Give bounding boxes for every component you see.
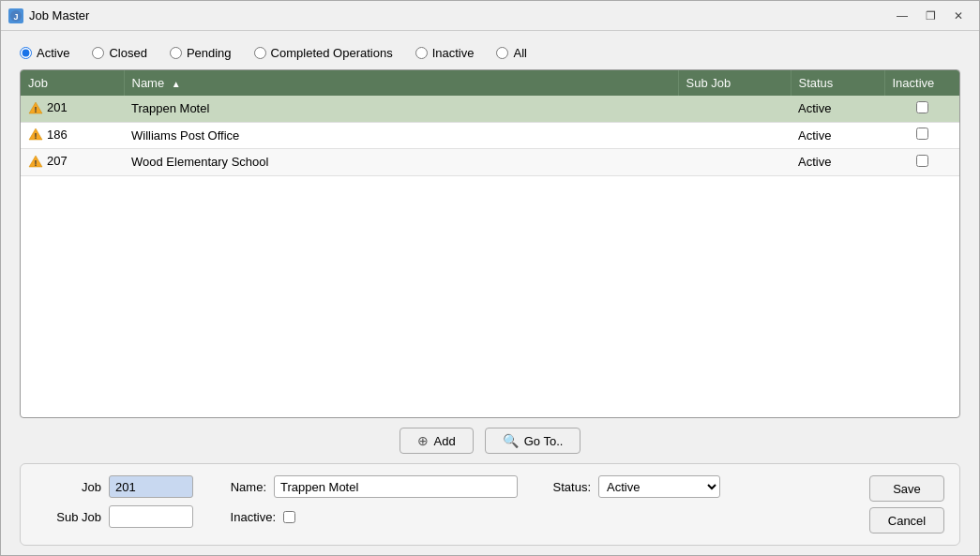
inactive-checkbox[interactable] bbox=[283, 511, 295, 523]
col-header-job[interactable]: Job bbox=[21, 70, 124, 96]
title-bar: J Job Master — ❐ ✕ bbox=[1, 1, 979, 31]
filter-radio-group: Active Closed Pending Completed Operatio… bbox=[20, 46, 960, 60]
detail-panel: Job Name: Status: Active Inactive Closed… bbox=[20, 463, 960, 546]
app-icon: J bbox=[8, 8, 23, 23]
col-header-status[interactable]: Status bbox=[791, 70, 884, 96]
cell-name: Trappen Motel bbox=[124, 96, 678, 122]
save-button[interactable]: Save bbox=[869, 475, 944, 502]
cell-name: Wood Elementary School bbox=[124, 149, 678, 176]
cell-inactive bbox=[884, 149, 959, 176]
detail-row-1: Job Name: Status: Active Inactive Closed… bbox=[36, 475, 720, 498]
cell-status: Active bbox=[791, 149, 884, 176]
cell-subjob bbox=[678, 122, 791, 149]
search-icon: 🔍 bbox=[503, 433, 519, 448]
window-title: Job Master bbox=[29, 8, 889, 23]
cell-inactive bbox=[884, 122, 959, 149]
detail-action-buttons: Save Cancel bbox=[869, 475, 944, 533]
cell-name: Williams Post Office bbox=[124, 122, 678, 149]
cell-job: !186 bbox=[21, 122, 124, 149]
radio-inactive[interactable]: Inactive bbox=[415, 46, 475, 60]
svg-text:!: ! bbox=[35, 131, 38, 141]
radio-all[interactable]: All bbox=[496, 46, 526, 60]
inactive-row-checkbox[interactable] bbox=[916, 101, 928, 113]
radio-completed-operations[interactable]: Completed Operations bbox=[254, 46, 393, 60]
status-label: Status: bbox=[525, 480, 591, 494]
cell-subjob bbox=[678, 96, 791, 122]
inactive-row-checkbox[interactable] bbox=[916, 128, 928, 140]
detail-fields: Job Name: Status: Active Inactive Closed… bbox=[36, 475, 720, 528]
cancel-button[interactable]: Cancel bbox=[869, 507, 944, 533]
restore-button[interactable]: ❐ bbox=[917, 5, 943, 27]
jobs-table: Job Name ▲ Sub Job Status bbox=[21, 70, 959, 176]
main-content: Active Closed Pending Completed Operatio… bbox=[1, 31, 979, 555]
col-header-subjob[interactable]: Sub Job bbox=[678, 70, 791, 96]
job-input[interactable] bbox=[109, 475, 193, 498]
sort-indicator: ▲ bbox=[172, 79, 181, 89]
main-window: J Job Master — ❐ ✕ Active Closed Pending bbox=[0, 0, 980, 556]
jobs-table-container: Job Name ▲ Sub Job Status bbox=[20, 69, 960, 418]
detail-row-2: Sub Job Inactive: bbox=[36, 505, 720, 528]
table-row[interactable]: !201Trappen MotelActive bbox=[21, 96, 959, 122]
cell-inactive bbox=[884, 96, 959, 122]
radio-active[interactable]: Active bbox=[20, 46, 69, 60]
inactive-label: Inactive: bbox=[201, 510, 276, 524]
cell-subjob bbox=[678, 149, 791, 176]
cell-job: !201 bbox=[21, 96, 124, 122]
job-label: Job bbox=[36, 480, 101, 494]
svg-text:J: J bbox=[13, 12, 18, 22]
subjob-input[interactable] bbox=[109, 505, 193, 528]
name-input[interactable] bbox=[274, 475, 518, 498]
name-label: Name: bbox=[201, 480, 266, 494]
svg-text:!: ! bbox=[35, 158, 38, 168]
add-icon: ⊕ bbox=[417, 433, 429, 448]
cell-job: !207 bbox=[21, 149, 124, 176]
table-row[interactable]: !186Williams Post OfficeActive bbox=[21, 122, 959, 149]
action-buttons-row: ⊕ Add 🔍 Go To.. bbox=[20, 428, 960, 454]
close-button[interactable]: ✕ bbox=[945, 5, 972, 27]
table-row[interactable]: !207Wood Elementary SchoolActive bbox=[21, 149, 959, 176]
status-select[interactable]: Active Inactive Closed Pending bbox=[598, 475, 720, 498]
goto-button[interactable]: 🔍 Go To.. bbox=[485, 428, 581, 454]
cell-status: Active bbox=[791, 122, 884, 149]
cell-status: Active bbox=[791, 96, 884, 122]
inactive-row-checkbox[interactable] bbox=[916, 155, 928, 167]
radio-closed[interactable]: Closed bbox=[92, 46, 146, 60]
add-button[interactable]: ⊕ Add bbox=[400, 428, 474, 454]
radio-pending[interactable]: Pending bbox=[170, 46, 232, 60]
col-header-inactive[interactable]: Inactive bbox=[884, 70, 959, 96]
window-controls: — ❐ ✕ bbox=[889, 5, 972, 27]
svg-text:!: ! bbox=[35, 105, 38, 114]
col-header-name[interactable]: Name ▲ bbox=[124, 70, 678, 96]
subjob-label: Sub Job bbox=[36, 510, 101, 524]
minimize-button[interactable]: — bbox=[889, 5, 915, 27]
table-header-row: Job Name ▲ Sub Job Status bbox=[21, 70, 959, 96]
